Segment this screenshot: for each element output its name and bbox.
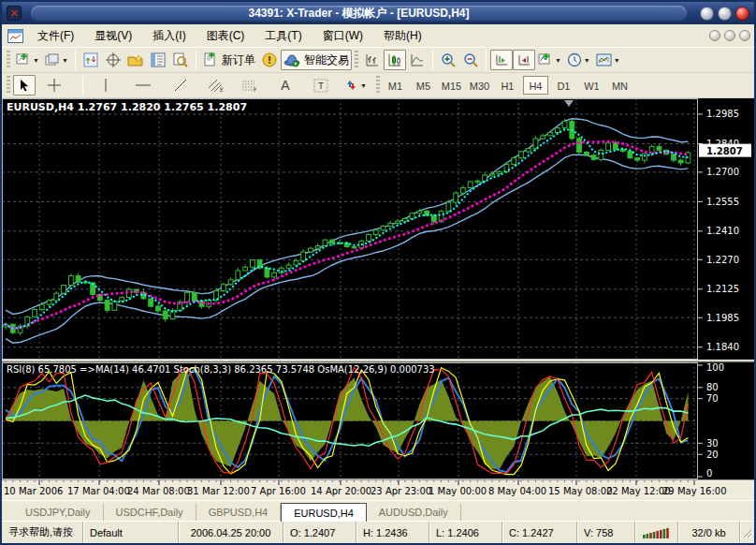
timeframe-button-h1[interactable]: H1 bbox=[495, 76, 520, 95]
toolbar-grip[interactable] bbox=[7, 51, 10, 69]
timeframe-button-h4[interactable]: H4 bbox=[523, 76, 548, 95]
market-watch-button[interactable] bbox=[80, 50, 102, 70]
horizontal-line-tool[interactable] bbox=[132, 75, 154, 96]
fibonacci-tool[interactable]: F bbox=[239, 75, 261, 96]
bar-chart-button[interactable] bbox=[361, 50, 384, 70]
time-axis-label: 10 Mar 2006 bbox=[4, 486, 63, 496]
svg-text:20: 20 bbox=[706, 449, 719, 460]
timeframe-button-d1[interactable]: D1 bbox=[551, 76, 576, 95]
menu-item-5[interactable]: 窗口(W) bbox=[313, 25, 373, 47]
dropdown-arrow-icon: ▼ bbox=[360, 82, 367, 89]
timeframe-button-m30[interactable]: M30 bbox=[467, 76, 492, 95]
expert-advisor-button[interactable]: 智能交易 bbox=[281, 50, 352, 70]
mdi-restore-button[interactable] bbox=[724, 30, 735, 41]
indicator-axis: 100807030200 bbox=[698, 362, 754, 479]
clock-icon bbox=[567, 52, 582, 67]
line-chart-icon bbox=[410, 52, 425, 67]
svg-text:1.2410: 1.2410 bbox=[706, 226, 739, 236]
chart-region: EURUSD,H4 1.2767 1.2820 1.2765 1.2807 1.… bbox=[2, 98, 754, 500]
text-a-icon: A bbox=[281, 78, 289, 93]
menu-item-4[interactable]: 工具(T) bbox=[254, 25, 312, 47]
text-label-tool[interactable]: T bbox=[310, 75, 332, 96]
navigator-button[interactable] bbox=[124, 50, 147, 70]
svg-text:1.2125: 1.2125 bbox=[706, 284, 739, 294]
auto-scroll-button[interactable] bbox=[490, 50, 513, 70]
title-bar: ✕ 34391: X-Trader - 模拟帐户 - [EURUSD,H4] bbox=[2, 2, 754, 24]
new-chart-button[interactable]: ▼ bbox=[13, 50, 42, 70]
chart-tab-usdchf-daily[interactable]: USDCHF,Daily bbox=[104, 504, 196, 521]
new-chart-icon bbox=[16, 52, 31, 67]
timeframe-button-m5[interactable]: M5 bbox=[411, 76, 436, 95]
mdi-minimize-button[interactable] bbox=[709, 30, 720, 41]
new-order-icon bbox=[203, 52, 218, 67]
chart-tab-gbpusd-h4[interactable]: GBPUSD,H4 bbox=[196, 504, 282, 521]
terminal-button[interactable] bbox=[147, 50, 169, 70]
tester-magnifier-icon bbox=[173, 52, 188, 67]
periods-button[interactable]: ▼ bbox=[564, 50, 593, 70]
vertical-line-tool[interactable] bbox=[94, 75, 117, 96]
templates-button[interactable]: ▼ bbox=[593, 50, 623, 70]
crosshair-tool-button[interactable] bbox=[43, 75, 65, 96]
profile-name[interactable]: Default bbox=[82, 522, 178, 543]
menu-item-0[interactable]: 文件(F) bbox=[27, 25, 84, 47]
zoom-out-button[interactable] bbox=[459, 50, 482, 70]
minimize-button[interactable] bbox=[700, 7, 714, 21]
svg-text:1.2555: 1.2555 bbox=[706, 197, 739, 207]
connection-cell bbox=[634, 522, 677, 543]
new-order-label: 新订单 bbox=[222, 52, 255, 68]
line-chart-button[interactable] bbox=[406, 50, 429, 70]
svg-text:100: 100 bbox=[706, 362, 724, 373]
svg-text:0: 0 bbox=[706, 468, 712, 479]
indicator-panel-chart[interactable]: RSI(8) 65.7805 =>MA(14) 46.4701 Stoch(8,… bbox=[2, 362, 698, 479]
bar-chart-icon bbox=[365, 52, 380, 67]
cursor-tool-button[interactable] bbox=[13, 75, 36, 96]
toolbar-separator bbox=[82, 76, 83, 95]
maximize-button[interactable] bbox=[718, 7, 732, 21]
window-title: 34391: X-Trader - 模拟帐户 - [EURUSD,H4] bbox=[31, 6, 687, 22]
indicators-button[interactable]: ▼ bbox=[535, 50, 564, 70]
bar-low: L: 1.2406 bbox=[429, 522, 502, 543]
resize-grip-icon bbox=[740, 526, 753, 539]
svg-text:F: F bbox=[254, 86, 257, 93]
arrows-tool[interactable]: ▼ bbox=[342, 75, 370, 96]
equidistant-channel-tool[interactable]: E bbox=[205, 75, 227, 96]
menu-item-1[interactable]: 显视(V) bbox=[84, 25, 142, 47]
menu-item-6[interactable]: 帮助(H) bbox=[373, 25, 432, 47]
timeframe-button-w1[interactable]: W1 bbox=[579, 76, 604, 95]
data-window-button[interactable] bbox=[102, 50, 124, 70]
profiles-button[interactable]: ▼ bbox=[42, 50, 71, 70]
close-button[interactable] bbox=[735, 7, 749, 21]
text-tool[interactable]: A bbox=[274, 75, 297, 96]
timeframe-button-m15[interactable]: M15 bbox=[439, 76, 464, 95]
chart-shift-button[interactable] bbox=[513, 50, 535, 70]
strategy-tester-button[interactable] bbox=[169, 50, 192, 70]
crosshair-window-icon bbox=[106, 52, 121, 67]
trendline-tool[interactable] bbox=[169, 75, 192, 96]
timeframe-button-m1[interactable]: M1 bbox=[383, 76, 408, 95]
menu-item-3[interactable]: 图表(C) bbox=[196, 25, 255, 47]
chart-shift-icon bbox=[516, 52, 531, 67]
alert-button[interactable]: ! bbox=[258, 50, 281, 70]
toolbar-grip[interactable] bbox=[355, 51, 358, 69]
candlestick-chart-button[interactable] bbox=[384, 50, 406, 70]
new-order-button[interactable]: 新订单 bbox=[200, 50, 258, 70]
chart-tab-usdjpy-daily[interactable]: USDJPY,Daily bbox=[13, 504, 104, 521]
price-axis: 1.29851.28401.27001.25551.24101.22701.21… bbox=[698, 98, 754, 360]
svg-text:1.2985: 1.2985 bbox=[706, 109, 739, 119]
main-price-chart[interactable]: EURUSD,H4 1.2767 1.2820 1.2765 1.2807 bbox=[2, 98, 698, 360]
resize-grip[interactable] bbox=[739, 522, 754, 543]
toolbar-grip[interactable] bbox=[7, 76, 10, 95]
svg-text:EURUSD,H4 1.2767 1.2820 1.276: EURUSD,H4 1.2767 1.2820 1.2765 1.2807 bbox=[7, 101, 247, 113]
time-axis: 10 Mar 200617 Mar 04:0024 Mar 08:0031 Ma… bbox=[2, 479, 754, 500]
toolbar-grip[interactable] bbox=[376, 76, 380, 95]
timeframe-button-mn[interactable]: MN bbox=[607, 76, 632, 95]
chart-tab-audusd-daily[interactable]: AUDUSD,Daily bbox=[367, 504, 461, 521]
help-hint: 寻求帮助,请按 bbox=[2, 522, 82, 543]
zoom-in-button[interactable] bbox=[437, 50, 459, 70]
menu-item-2[interactable]: 插入(I) bbox=[142, 25, 196, 47]
mdi-close-button[interactable] bbox=[739, 30, 750, 41]
toolbar-standard: ▼ ▼ 新订单 ! 智能交易 bbox=[2, 48, 754, 73]
connection-signal-icon bbox=[643, 526, 671, 538]
bar-close: C: 1.2427 bbox=[502, 522, 576, 543]
chart-tab-eurusd-h4[interactable]: EURUSD,H4 bbox=[281, 503, 367, 522]
